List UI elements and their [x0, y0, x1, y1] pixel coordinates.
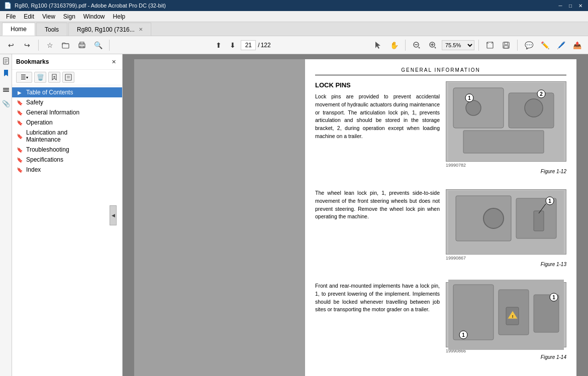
dropdown-arrow-icon: ▾ — [26, 75, 28, 80]
wheel-lock-text: The wheel lean lock pin, 1, prevents sid… — [315, 189, 440, 275]
figure-1-12-num: 19990782 — [446, 163, 566, 168]
prev-page-button[interactable]: ⬆ — [212, 38, 226, 52]
title-bar-title: Rg80, Rg100 (73163799).pdf - Adobe Acrob… — [15, 3, 166, 9]
open-file-button[interactable] — [59, 38, 73, 52]
properties-button[interactable] — [62, 72, 74, 83]
go-back-button[interactable]: ↩ — [4, 38, 18, 52]
save-button[interactable] — [499, 38, 513, 52]
bookmark-icon-general: 🔖 — [16, 109, 23, 116]
svg-text:1: 1 — [468, 95, 471, 101]
bookmark-label-troubleshooting: Troubleshooting — [26, 146, 69, 153]
separator-5 — [517, 40, 518, 51]
toolbar: ↩ ↪ ☆ 🔍 ⬆ ⬇ 21 / 122 ✋ 75.5% 50% 100% 1 — [0, 36, 588, 54]
bookmark-item-index[interactable]: 🔖 Index — [12, 165, 122, 175]
tab-bar: Home Tools Rg80, Rg100 (7316... ✕ — [0, 22, 588, 36]
bookmark-item-toc[interactable]: ▶ Table of Contents — [12, 87, 122, 97]
svg-rect-22 — [3, 91, 9, 92]
bookmark-label-lubrication: Lubrication andMaintenance — [26, 129, 67, 143]
new-bookmark-button[interactable] — [48, 72, 60, 83]
figure-1-12-caption: Figure 1-12 — [446, 169, 566, 174]
menu-window[interactable]: Window — [79, 12, 109, 21]
bookmark-label-index: Index — [26, 166, 41, 173]
delete-bookmark-button[interactable]: 🗑️ — [34, 72, 46, 83]
figure-1-12-block: 1 2 19990782 Figure 1-12 — [446, 81, 566, 174]
folder-icon — [62, 41, 70, 49]
bookmark-icon-toc: ▶ — [16, 89, 23, 96]
menu-view[interactable]: View — [38, 12, 59, 21]
menu-help[interactable]: Help — [109, 12, 130, 21]
app-icon: 📄 — [4, 2, 12, 9]
edit-text-button[interactable]: ✏️ — [538, 38, 552, 52]
restore-button[interactable]: □ — [567, 2, 574, 9]
tab-tools[interactable]: Tools — [36, 23, 67, 36]
collapse-panel-button[interactable]: ◀ — [110, 205, 117, 225]
add-bookmark-button[interactable]: ☆ — [43, 38, 57, 52]
section-implements: Front and rear-mounted implements have a… — [315, 282, 566, 368]
title-bar: 📄 Rg80, Rg100 (73163799).pdf - Adobe Acr… — [0, 0, 588, 11]
svg-rect-0 — [62, 44, 69, 48]
tab-doc-label: Rg80, Rg100 (7316... — [77, 26, 135, 33]
comment-button[interactable]: 💬 — [522, 38, 536, 52]
svg-marker-4 — [375, 42, 380, 49]
bookmarks-panel: Bookmarks ✕ ☰ ▾ 🗑️ ▶ Table of Contents 🔖 — [12, 54, 123, 376]
zoom-in-toolbar-button[interactable]: 🔍 — [91, 38, 105, 52]
svg-text:1: 1 — [548, 198, 551, 204]
svg-text:1: 1 — [462, 332, 465, 338]
sidebar-bookmark-icon[interactable] — [1, 68, 11, 78]
page-number-input[interactable]: 21 — [241, 40, 256, 50]
sidebar-pages-icon[interactable] — [1, 56, 11, 66]
pan-tool-button[interactable]: ✋ — [387, 38, 401, 52]
bookmark-item-general[interactable]: 🔖 General Information — [12, 107, 122, 117]
zoom-in-button[interactable] — [426, 38, 440, 52]
sidebar-layers-icon[interactable] — [1, 84, 11, 94]
print-button[interactable] — [75, 38, 89, 52]
sidebar-attach-icon[interactable]: 📎 — [1, 98, 11, 108]
wheel-lock-body: The wheel lean lock pin, 1, prevents sid… — [315, 189, 440, 221]
close-bookmarks-button[interactable]: ✕ — [109, 57, 118, 66]
separator-2 — [109, 40, 110, 51]
zoom-select[interactable]: 75.5% 50% 100% 125% 150% — [442, 40, 474, 50]
minimize-button[interactable]: ─ — [557, 2, 564, 9]
markup-button[interactable]: 🖊️ — [554, 38, 568, 52]
lock-pins-text: LOCK PINS Lock pins are provided to prev… — [315, 81, 440, 182]
page-view-area[interactable]: GENERAL INFORMATION LOCK PINS Lock pins … — [123, 54, 588, 376]
bookmarks-options-button[interactable]: ☰ ▾ — [16, 72, 32, 83]
bookmark-item-specifications[interactable]: 🔖 Specifications — [12, 155, 122, 165]
cursor-icon — [374, 41, 381, 49]
page-left-blank — [134, 59, 305, 376]
export-button[interactable]: 📤 — [570, 38, 584, 52]
bookmarks-title: Bookmarks — [16, 58, 49, 65]
cursor-tool-button[interactable] — [371, 38, 385, 52]
print-icon — [78, 41, 86, 49]
next-page-button[interactable]: ⬇ — [226, 38, 240, 52]
save-icon — [502, 41, 510, 49]
fit-page-button[interactable] — [483, 38, 497, 52]
menu-edit[interactable]: Edit — [20, 12, 38, 21]
fit-icon — [486, 41, 494, 49]
bookmarks-list: ▶ Table of Contents 🔖 Safety 🔖 General I… — [12, 85, 122, 376]
go-forward-button[interactable]: ↪ — [20, 38, 34, 52]
svg-line-11 — [435, 47, 436, 48]
tab-document[interactable]: Rg80, Rg100 (7316... ✕ — [68, 23, 151, 36]
separator-3 — [405, 40, 406, 51]
bookmark-item-lubrication[interactable]: 🔖 Lubrication andMaintenance — [12, 128, 122, 145]
section-header: GENERAL INFORMATION — [315, 67, 566, 75]
bookmark-item-operation[interactable]: 🔖 Operation — [12, 117, 122, 128]
close-button[interactable]: ✕ — [577, 2, 584, 9]
page-separator: / — [258, 42, 259, 49]
lock-pins-body: Lock pins are provided to prevent accide… — [315, 93, 440, 141]
implements-body: Front and rear-mounted implements have a… — [315, 282, 440, 314]
total-pages: 122 — [261, 42, 271, 49]
tab-close-icon[interactable]: ✕ — [139, 27, 143, 32]
bookmark-item-troubleshooting[interactable]: 🔖 Troubleshooting — [12, 145, 122, 155]
tab-home[interactable]: Home — [2, 23, 35, 36]
menu-sign[interactable]: Sign — [59, 12, 79, 21]
menu-file[interactable]: File — [2, 12, 20, 21]
bookmark-item-safety[interactable]: 🔖 Safety — [12, 97, 122, 107]
figure-1-13-caption: Figure 1-13 — [446, 262, 566, 267]
document-page: GENERAL INFORMATION LOCK PINS Lock pins … — [134, 59, 576, 376]
bookmark-label-operation: Operation — [26, 119, 53, 126]
zoom-out-button[interactable] — [410, 38, 424, 52]
zoom-in-icon — [429, 41, 437, 49]
figure-1-13-num: 19990867 — [446, 256, 566, 261]
